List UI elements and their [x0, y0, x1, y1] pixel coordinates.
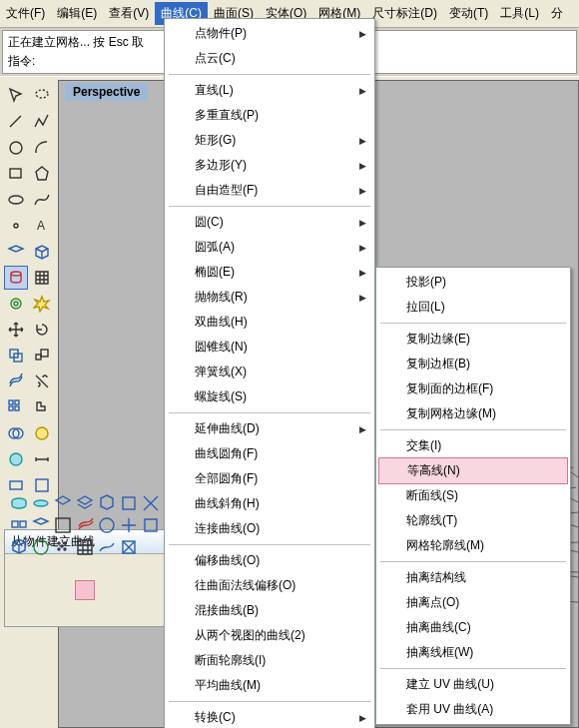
copy-tool[interactable]	[4, 344, 28, 367]
mi-create-uv-curve[interactable]: 建立 UV 曲线(U)	[378, 672, 568, 697]
offset-tool[interactable]	[4, 369, 28, 393]
trim-tool[interactable]	[30, 369, 54, 393]
mi-polyline[interactable]: 多重直线(P)	[167, 103, 372, 128]
menu-file[interactable]: 文件(F)	[0, 2, 51, 25]
mi-intersection[interactable]: 交集(I)	[378, 433, 568, 458]
rect-tool[interactable]	[4, 162, 28, 186]
surface-tool[interactable]	[4, 240, 28, 264]
mi-dup-face-border[interactable]: 复制面的边框(F)	[378, 376, 568, 401]
mi-mesh-outline[interactable]: 网格轮廓线(M)	[378, 533, 568, 558]
mi-extract-curve[interactable]: 抽离曲线(C)	[378, 615, 568, 640]
ellipse-tool[interactable]	[4, 188, 28, 212]
mi-section[interactable]: 断面线(S)	[378, 483, 568, 508]
arc-tool[interactable]	[30, 136, 54, 160]
mi-hyperbola[interactable]: 双曲线(H)	[167, 310, 372, 335]
mi-dup-mesh-edge[interactable]: 复制网格边缘(M)	[378, 401, 568, 426]
mi-curve-chamfer[interactable]: 曲线斜角(H)	[167, 491, 372, 516]
cylinder-tool[interactable]	[4, 266, 28, 290]
mi-point-cloud[interactable]: 点云(C)	[167, 46, 372, 71]
menu-more[interactable]: 分	[545, 2, 569, 25]
svg-point-24	[11, 299, 21, 309]
panel-tool-14[interactable]	[141, 580, 161, 600]
mi-point-object[interactable]: 点物件(P)	[167, 21, 372, 46]
mi-contour[interactable]: 等高线(N)	[378, 457, 568, 484]
mi-extract-wireframe[interactable]: 抽离线框(W)	[378, 640, 568, 665]
join-tool[interactable]	[30, 395, 54, 419]
mi-rectangle[interactable]: 矩形(G)	[167, 128, 372, 153]
mi-curve-fillet[interactable]: 曲线圆角(F)	[167, 441, 372, 466]
panel-tool-20[interactable]	[119, 602, 139, 622]
polygon-tool[interactable]	[30, 162, 54, 186]
svg-point-16	[36, 90, 48, 98]
circle-tool[interactable]	[4, 136, 28, 160]
mesh-tool[interactable]	[30, 266, 54, 290]
mi-ellipse[interactable]: 椭圆(E)	[167, 260, 372, 285]
mi-extend-curve[interactable]: 延伸曲线(D)	[167, 416, 372, 441]
analyze-tool[interactable]	[30, 421, 54, 445]
move-tool[interactable]	[4, 318, 28, 342]
panel-tool-18[interactable]	[75, 602, 95, 622]
curve-from-object-submenu: 投影(P) 拉回(L) 复制边缘(E) 复制边框(B) 复制面的边框(F) 复制…	[375, 267, 571, 725]
text-tool[interactable]: A	[30, 214, 54, 238]
svg-rect-29	[41, 350, 48, 357]
menu-dimension[interactable]: 尺寸标注(D)	[366, 2, 443, 25]
mi-blend-curve[interactable]: 混接曲线(B)	[167, 598, 372, 623]
svg-rect-30	[9, 400, 13, 404]
mi-dup-edge[interactable]: 复制边缘(E)	[378, 327, 568, 352]
mi-dup-border[interactable]: 复制边框(B)	[378, 352, 568, 376]
render-tool[interactable]	[4, 447, 28, 471]
svg-point-46	[100, 518, 114, 532]
mi-connect-curve[interactable]: 连接曲线(O)	[167, 516, 372, 541]
svg-rect-43	[12, 521, 18, 527]
panel-tool-17[interactable]	[53, 602, 73, 622]
mi-helix[interactable]: 螺旋线(S)	[167, 384, 372, 409]
mi-line[interactable]: 直线(L)	[167, 78, 372, 103]
line-tool[interactable]	[4, 110, 28, 134]
viewport-title[interactable]: Perspective	[65, 83, 148, 101]
panel-tool-19[interactable]	[97, 602, 117, 622]
array-tool[interactable]	[4, 395, 28, 419]
svg-point-21	[14, 224, 18, 228]
mi-offset-curve[interactable]: 偏移曲线(O)	[167, 548, 372, 573]
curve-tool[interactable]	[30, 188, 54, 212]
mi-convert[interactable]: 转换(C)	[167, 705, 372, 728]
mi-average-curve[interactable]: 平均曲线(M)	[167, 673, 372, 698]
mi-parabola[interactable]: 抛物线(R)	[167, 285, 372, 310]
mi-section-profile[interactable]: 断面轮廓线(I)	[167, 648, 372, 673]
curve-menu: 点物件(P) 点云(C) 直线(L) 多重直线(P) 矩形(G) 多边形(Y) …	[164, 18, 375, 728]
mi-extract-isocurve[interactable]: 抽离结构线	[378, 565, 568, 590]
menu-view[interactable]: 查看(V)	[103, 2, 155, 25]
mi-pullback[interactable]: 拉回(L)	[378, 295, 568, 320]
mi-apply-uv-curve[interactable]: 套用 UV 曲线(A)	[378, 697, 568, 722]
mi-spring[interactable]: 弹簧线(X)	[167, 360, 372, 384]
explode-tool[interactable]	[30, 292, 54, 316]
mi-freeform[interactable]: 自由造型(F)	[167, 178, 372, 203]
mi-silhouette[interactable]: 轮廓线(T)	[378, 508, 568, 533]
panel-tool-15[interactable]	[9, 602, 29, 622]
mi-extract-points[interactable]: 抽离点(O)	[378, 590, 568, 615]
menu-transform[interactable]: 变动(T)	[443, 2, 494, 25]
mi-circle[interactable]: 圆(C)	[167, 210, 372, 235]
boolean-tool[interactable]	[4, 421, 28, 445]
gear-tool[interactable]	[4, 292, 28, 316]
point-tool[interactable]	[4, 214, 28, 238]
mi-offset-normal[interactable]: 往曲面法线偏移(O)	[167, 573, 372, 598]
menu-tools[interactable]: 工具(L)	[494, 2, 545, 25]
solid-box-tool[interactable]	[30, 240, 54, 264]
dimension-tool[interactable]	[30, 447, 54, 471]
panel-tool-16[interactable]	[31, 602, 51, 622]
mi-project[interactable]: 投影(P)	[378, 270, 568, 295]
svg-rect-39	[36, 479, 48, 491]
scale-tool[interactable]	[30, 344, 54, 367]
menu-edit[interactable]: 编辑(E)	[51, 2, 103, 25]
polyline-tool[interactable]	[30, 110, 54, 134]
mi-arc[interactable]: 圆弧(A)	[167, 235, 372, 260]
svg-point-41	[34, 500, 48, 506]
mi-conic[interactable]: 圆锥线(N)	[167, 335, 372, 360]
mi-all-fillet[interactable]: 全部圆角(F)	[167, 466, 372, 491]
cursor-tool[interactable]	[4, 84, 28, 108]
mi-curve-from-2views[interactable]: 从两个视图的曲线(2)	[167, 623, 372, 648]
lasso-tool[interactable]	[30, 84, 54, 108]
rotate-tool[interactable]	[30, 318, 54, 342]
mi-polygon[interactable]: 多边形(Y)	[167, 153, 372, 178]
